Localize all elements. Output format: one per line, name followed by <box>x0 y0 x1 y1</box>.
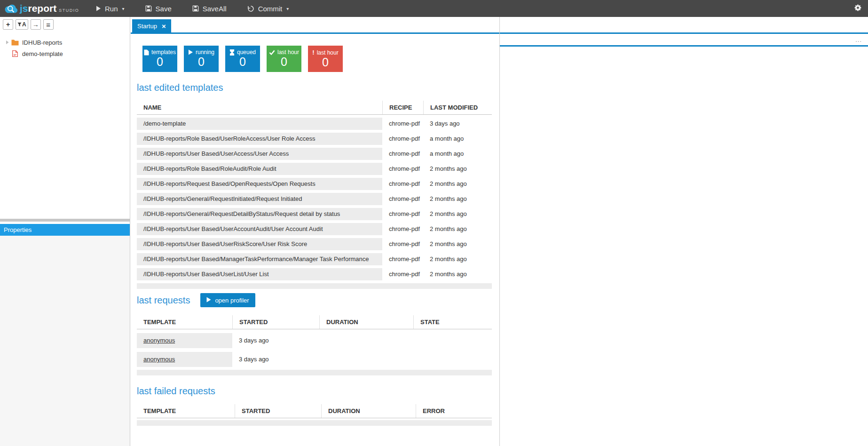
stat-box-label: running <box>196 49 214 56</box>
jsreport-cloud-icon <box>4 3 18 14</box>
last-requests-table: TEMPLATESTARTEDDURATIONSTATEanonymous3 d… <box>137 315 492 375</box>
cell-name[interactable]: /IDHUB-reports/Role Based/UserRoleAccess… <box>137 133 382 145</box>
stat-box-value: 0 <box>308 56 343 69</box>
sidebar-resize-handle[interactable] <box>0 219 130 222</box>
cell-started: 3 days ago <box>232 352 319 367</box>
stat-box-last-hour: last hour0 <box>267 46 301 72</box>
navbar-item-run[interactable]: Run▾ <box>96 5 125 13</box>
cell-recipe: chrome-pdf <box>382 238 423 250</box>
cell-recipe: chrome-pdf <box>382 223 423 235</box>
exclamation-icon: ! <box>312 49 314 56</box>
column-header-duration: DURATION <box>319 315 413 329</box>
navbar-item-label: Run <box>105 5 118 13</box>
properties-section-body <box>0 236 130 446</box>
cell-last-modified: a month ago <box>423 148 492 160</box>
cell-name[interactable]: /IDHUB-reports/User Based/UserRiskScore/… <box>137 238 382 250</box>
tree-item-idhub-reports[interactable]: IDHUB-reports <box>0 37 130 48</box>
caret-down-icon: ▾ <box>122 6 125 11</box>
chevron-right-icon[interactable] <box>4 40 10 45</box>
table-row: /IDHUB-reports/General/RequestDetailBySt… <box>137 208 492 220</box>
cell-name[interactable]: /IDHUB-reports/Role Based/RoleAudit/Role… <box>137 163 382 175</box>
jsreport-logo[interactable]: jsreport STUDIO <box>0 3 85 14</box>
section-title-last-requests: last requests <box>137 295 190 306</box>
section-title-last-failed-requests: last failed requests <box>137 385 499 397</box>
settings-button[interactable] <box>854 4 868 14</box>
cell-last-modified: 2 months ago <box>423 163 492 175</box>
preview-menu-button[interactable]: ... <box>855 36 862 43</box>
tab-bar: Startup× <box>131 17 499 34</box>
cell-duration <box>319 333 413 348</box>
cell-recipe: chrome-pdf <box>382 208 423 220</box>
table-row: /IDHUB-reports/User Based/UserRiskScore/… <box>137 238 492 250</box>
file-icon <box>144 49 149 56</box>
open-profiler-button[interactable]: open profiler <box>200 293 255 307</box>
stat-box-label: last hour <box>317 49 339 56</box>
preview-panel: ... <box>500 17 868 446</box>
jsreport-studio-window: jsreport STUDIO Run▾SaveSaveAllCommit▾ +… <box>0 0 868 446</box>
column-header-duration: DURATION <box>321 404 416 418</box>
cell-name[interactable]: /IDHUB-reports/General/RequestInitiated/… <box>137 193 382 205</box>
play-icon <box>188 49 193 55</box>
navbar-item-commit[interactable]: Commit▾ <box>247 5 289 13</box>
stats-row: templates0running0queued0last hour0!last… <box>142 46 499 72</box>
navbar-item-label: SaveAll <box>203 5 227 13</box>
stat-box-running: running0 <box>184 46 219 72</box>
table-row: /IDHUB-reports/Request Based/OpenRequest… <box>137 178 492 190</box>
entities-sidebar: +A→≡ IDHUB-reportsdemo-template Properti… <box>0 17 130 446</box>
cell-name[interactable]: /IDHUB-reports/User Based/ManagerTaskPer… <box>137 253 382 265</box>
table-row: /IDHUB-reports/User Based/UserAccountAud… <box>137 223 492 235</box>
column-header-started: STARTED <box>235 404 321 418</box>
navbar-item-save[interactable]: Save <box>145 5 172 13</box>
last-failed-requests-table: TEMPLATESTARTEDDURATIONERROR <box>137 404 492 426</box>
add-entity-button[interactable]: + <box>3 19 13 30</box>
play-icon <box>96 6 101 11</box>
cell-template[interactable]: anonymous <box>137 352 232 367</box>
table-row: /IDHUB-reports/Role Based/UserRoleAccess… <box>137 133 492 145</box>
stat-box-header: templates <box>142 46 177 56</box>
stat-box-header: last hour <box>267 46 301 56</box>
properties-section-header[interactable]: Properties <box>0 224 130 236</box>
table-row: /IDHUB-reports/General/RequestInitiated/… <box>137 193 492 205</box>
table-row: /demo-templatechrome-pdf3 days ago <box>137 118 492 130</box>
filter-entities-button[interactable]: A <box>16 19 28 30</box>
cell-state <box>413 352 492 367</box>
column-header-recipe: RECIPE <box>382 101 423 114</box>
tab-label: Startup <box>137 23 157 30</box>
collapse-panel-button[interactable]: → <box>31 19 41 30</box>
table-row: /IDHUB-reports/User Based/ManagerTaskPer… <box>137 253 492 265</box>
cell-recipe: chrome-pdf <box>382 118 423 130</box>
table-empty-stripe <box>137 283 492 289</box>
stat-box-value: 0 <box>267 56 301 68</box>
floppy-icon <box>145 5 152 12</box>
play-icon <box>206 297 211 304</box>
cell-template[interactable]: anonymous <box>137 333 232 348</box>
cell-recipe: chrome-pdf <box>382 253 423 265</box>
table-header-row: TEMPLATESTARTEDDURATIONSTATE <box>137 315 492 329</box>
tree-item-demo-template[interactable]: demo-template <box>0 48 130 59</box>
cell-name[interactable]: /demo-template <box>137 118 382 130</box>
cell-name[interactable]: /IDHUB-reports/Request Based/OpenRequest… <box>137 178 382 190</box>
stat-box-header: running <box>184 46 219 56</box>
cell-last-modified: 3 days ago <box>423 118 492 130</box>
cell-name[interactable]: /IDHUB-reports/User Based/UserList/User … <box>137 268 382 280</box>
column-header-name: NAME <box>137 101 382 114</box>
entity-menu-button[interactable]: ≡ <box>43 19 54 30</box>
table-row: /IDHUB-reports/User Based/UserList/User … <box>137 268 492 280</box>
cell-recipe: chrome-pdf <box>382 133 423 145</box>
last-requests-header: last requests open profiler <box>137 293 499 308</box>
preview-toolbar: ... <box>500 34 868 47</box>
cell-name[interactable]: /IDHUB-reports/General/RequestDetailBySt… <box>137 208 382 220</box>
cell-last-modified: 2 months ago <box>423 193 492 205</box>
cell-name[interactable]: /IDHUB-reports/User Based/UserAccountAud… <box>137 223 382 235</box>
cell-name[interactable]: /IDHUB-reports/User Based/UserAccess/Use… <box>137 148 382 160</box>
table-header-row: NAMERECIPELAST MODIFIED <box>137 101 492 115</box>
column-header-started: STARTED <box>232 315 319 329</box>
entities-toolbar: +A→≡ <box>0 17 130 30</box>
close-icon[interactable]: × <box>162 23 166 30</box>
column-header-state: STATE <box>413 315 492 329</box>
hourglass-icon <box>229 49 235 56</box>
cell-last-modified: 2 months ago <box>423 238 492 250</box>
navbar-item-saveall[interactable]: SaveAll <box>192 5 227 13</box>
navbar-item-label: Commit <box>258 5 283 13</box>
tab-startup[interactable]: Startup× <box>132 19 171 32</box>
